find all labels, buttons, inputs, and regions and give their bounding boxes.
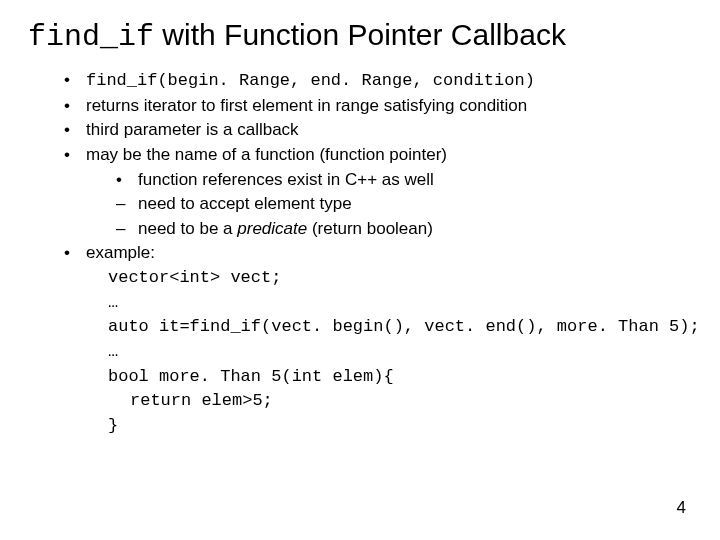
slide-title: find_if with Function Pointer Callback <box>28 18 692 54</box>
bullet-4-sub2-text: need to accept element type <box>138 194 352 213</box>
bullet-4-sublist: function references exist in C++ as well… <box>86 168 692 242</box>
bullet-4-sub1-text: function references exist in C++ as well <box>138 170 434 189</box>
bullet-1-text: find_if(begin. Range, end. Range, condit… <box>86 71 535 90</box>
code-line-2: … <box>108 291 692 316</box>
bullet-2: returns iterator to first element in ran… <box>64 94 692 119</box>
bullet-3-text: third parameter is a callback <box>86 120 299 139</box>
bullet-4-sub2: need to accept element type <box>116 192 692 217</box>
title-rest: with Function Pointer Callback <box>154 18 566 51</box>
code-line-6: return elem>5; <box>108 389 692 414</box>
bullet-list: find_if(begin. Range, end. Range, condit… <box>28 68 692 439</box>
bullet-5-label: example: <box>86 243 155 262</box>
bullet-4-sub3-pre: need to be a <box>138 219 237 238</box>
bullet-5: example: vector<int> vect; … auto it=fin… <box>64 241 692 438</box>
bullet-4-sub1: function references exist in C++ as well <box>116 168 692 193</box>
code-line-3: auto it=find_if(vect. begin(), vect. end… <box>108 315 692 340</box>
bullet-4-sub3-em: predicate <box>237 219 307 238</box>
code-line-5: bool more. Than 5(int elem){ <box>108 365 692 390</box>
slide: find_if with Function Pointer Callback f… <box>0 0 720 540</box>
example-code: vector<int> vect; … auto it=find_if(vect… <box>86 266 692 438</box>
code-line-4: … <box>108 340 692 365</box>
bullet-4-sub3-post: (return boolean) <box>307 219 433 238</box>
code-line-7: } <box>108 414 692 439</box>
code-line-1: vector<int> vect; <box>108 266 692 291</box>
bullet-4: may be the name of a function (function … <box>64 143 692 242</box>
bullet-3: third parameter is a callback <box>64 118 692 143</box>
bullet-4-sub3: need to be a predicate (return boolean) <box>116 217 692 242</box>
title-code: find_if <box>28 20 154 54</box>
bullet-2-text: returns iterator to first element in ran… <box>86 96 527 115</box>
bullet-4-text: may be the name of a function (function … <box>86 145 447 164</box>
page-number: 4 <box>677 498 686 518</box>
bullet-1: find_if(begin. Range, end. Range, condit… <box>64 68 692 94</box>
